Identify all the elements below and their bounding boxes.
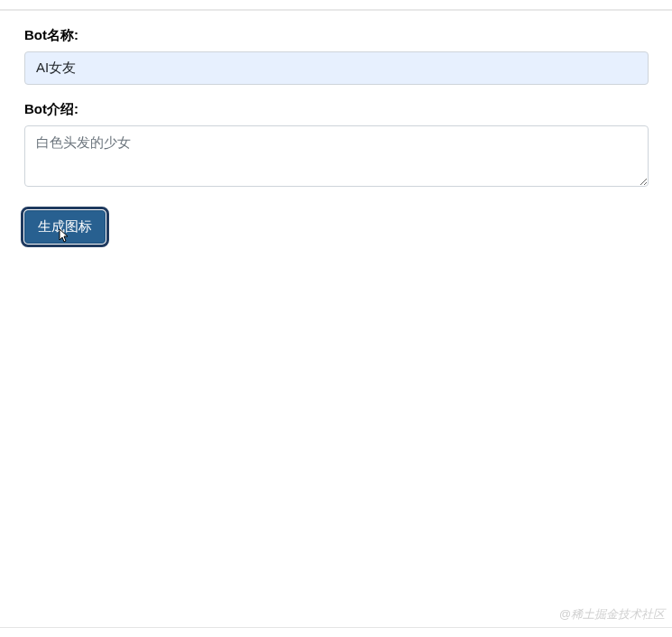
watermark-text: @稀土掘金技术社区 (559, 606, 665, 623)
bottom-divider (0, 627, 672, 628)
bot-intro-textarea[interactable] (24, 125, 649, 187)
bot-name-label: Bot名称: (24, 27, 649, 44)
generate-icon-button[interactable]: 生成图标 (24, 210, 106, 244)
bot-intro-label: Bot介绍: (24, 101, 649, 118)
form-container: Bot名称: Bot介绍: 生成图标 (0, 11, 672, 244)
bot-name-input[interactable] (24, 51, 649, 85)
